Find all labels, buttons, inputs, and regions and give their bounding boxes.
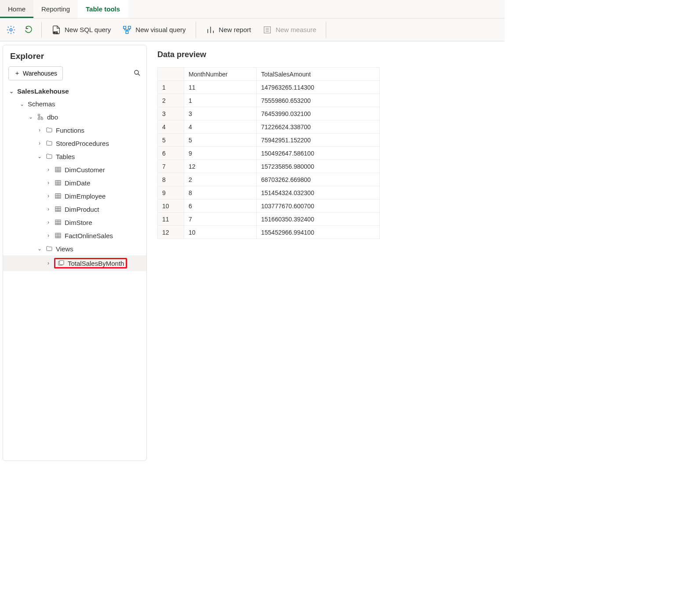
cell-amount: 71226624.338700 bbox=[257, 120, 380, 134]
svg-rect-4 bbox=[126, 31, 129, 33]
chevron-right-icon: › bbox=[45, 232, 51, 239]
svg-rect-3 bbox=[128, 26, 131, 29]
chevron-down-icon: ⌄ bbox=[36, 153, 43, 159]
svg-rect-7 bbox=[38, 114, 40, 116]
svg-text:SQL: SQL bbox=[54, 31, 58, 34]
tree-table-dimdate[interactable]: ›DimDate bbox=[3, 176, 146, 189]
table-row[interactable]: 69150492647.586100 bbox=[158, 147, 380, 160]
cell-month: 6 bbox=[184, 199, 257, 213]
tab-table-tools[interactable]: Table tools bbox=[78, 0, 128, 18]
chevron-down-icon: ⌄ bbox=[8, 88, 15, 94]
table-icon bbox=[54, 179, 62, 187]
table-row[interactable]: 1210155452966.994100 bbox=[158, 226, 380, 239]
cell-month: 2 bbox=[184, 173, 257, 186]
tab-home[interactable]: Home bbox=[0, 0, 33, 18]
tree-view-totalsalesbymonth[interactable]: › TotalSalesByMonth bbox=[3, 255, 146, 271]
svg-rect-17 bbox=[60, 261, 64, 265]
table-row[interactable]: 106103777670.600700 bbox=[158, 199, 380, 213]
new-report-button[interactable]: New report bbox=[201, 22, 255, 37]
measure-icon bbox=[262, 25, 272, 35]
row-number: 9 bbox=[158, 186, 184, 199]
row-number: 4 bbox=[158, 120, 184, 134]
tree-table-dimemployee[interactable]: ›DimEmployee bbox=[3, 189, 146, 203]
table-row[interactable]: 8268703262.669800 bbox=[158, 173, 380, 186]
table-icon bbox=[54, 166, 62, 174]
table-icon bbox=[54, 232, 62, 239]
table-row[interactable]: 4471226624.338700 bbox=[158, 120, 380, 134]
plus-icon: ＋ bbox=[14, 69, 20, 77]
tree-functions[interactable]: › Functions bbox=[3, 123, 146, 137]
table-row[interactable]: 712157235856.980000 bbox=[158, 160, 380, 173]
tree-table-factonlinesales[interactable]: ›FactOnlineSales bbox=[3, 229, 146, 242]
col-header-amount[interactable]: TotalSalesAmount bbox=[257, 68, 380, 81]
table-icon bbox=[54, 192, 62, 200]
explorer-title: Explorer bbox=[3, 50, 146, 66]
cell-amount: 68703262.669800 bbox=[257, 173, 380, 186]
cell-amount: 150492647.586100 bbox=[257, 147, 380, 160]
table-row[interactable]: 117151660350.392400 bbox=[158, 213, 380, 226]
sql-icon: SQL bbox=[51, 25, 61, 35]
settings-button[interactable] bbox=[4, 22, 18, 37]
cell-month: 9 bbox=[184, 147, 257, 160]
warehouses-button[interactable]: ＋ Warehouses bbox=[8, 66, 63, 80]
row-number: 11 bbox=[158, 213, 184, 226]
tree-table-dimstore[interactable]: ›DimStore bbox=[3, 216, 146, 229]
tree-tables[interactable]: ⌄ Tables bbox=[3, 150, 146, 163]
separator bbox=[41, 22, 42, 38]
chevron-right-icon: › bbox=[45, 219, 51, 225]
folder-icon bbox=[45, 245, 53, 253]
tree-dbo[interactable]: ⌄ dbo bbox=[3, 110, 146, 123]
tree-stored-procedures[interactable]: › StoredProcedures bbox=[3, 137, 146, 150]
chevron-right-icon: › bbox=[45, 260, 51, 266]
toolbar: SQL New SQL query New visual query New r… bbox=[0, 18, 505, 41]
table-icon bbox=[54, 218, 62, 226]
new-measure-label: New measure bbox=[276, 26, 317, 33]
chart-icon bbox=[206, 25, 215, 35]
chevron-down-icon: ⌄ bbox=[19, 101, 25, 107]
new-visual-label: New visual query bbox=[135, 26, 186, 33]
cell-month: 12 bbox=[184, 160, 257, 173]
chevron-right-icon: › bbox=[45, 206, 51, 212]
tree-views[interactable]: ⌄ Views bbox=[3, 242, 146, 255]
cell-amount: 157235856.980000 bbox=[257, 160, 380, 173]
table-row[interactable]: 2175559860.653200 bbox=[158, 94, 380, 107]
data-preview-panel: Data preview MonthNumber TotalSalesAmoun… bbox=[147, 45, 505, 461]
cell-amount: 76453990.032100 bbox=[257, 107, 380, 120]
new-measure-button: New measure bbox=[258, 22, 321, 37]
cell-amount: 151454324.032300 bbox=[257, 186, 380, 199]
svg-rect-12 bbox=[55, 194, 61, 199]
svg-rect-13 bbox=[55, 207, 61, 212]
folder-icon bbox=[45, 152, 53, 160]
table-row[interactable]: 3376453990.032100 bbox=[158, 107, 380, 120]
preview-title: Data preview bbox=[157, 45, 505, 67]
tree-table-dimcustomer[interactable]: ›DimCustomer bbox=[3, 163, 146, 176]
refresh-button[interactable] bbox=[21, 22, 36, 37]
table-row[interactable]: 111147963265.114300 bbox=[158, 81, 380, 94]
row-number: 5 bbox=[158, 134, 184, 147]
row-number: 8 bbox=[158, 173, 184, 186]
new-sql-query-button[interactable]: SQL New SQL query bbox=[47, 22, 115, 37]
tree-root[interactable]: ⌄ SalesLakehouse bbox=[3, 85, 146, 98]
row-number: 2 bbox=[158, 94, 184, 107]
col-header-month[interactable]: MonthNumber bbox=[184, 68, 257, 81]
cell-amount: 155452966.994100 bbox=[257, 226, 380, 239]
tab-reporting[interactable]: Reporting bbox=[33, 0, 78, 18]
svg-rect-8 bbox=[38, 118, 40, 120]
cell-month: 5 bbox=[184, 134, 257, 147]
table-row[interactable]: 98151454324.032300 bbox=[158, 186, 380, 199]
highlight-box: TotalSalesByMonth bbox=[54, 258, 127, 268]
new-sql-label: New SQL query bbox=[65, 26, 111, 33]
view-icon bbox=[57, 259, 65, 267]
row-number: 12 bbox=[158, 226, 184, 239]
row-number: 10 bbox=[158, 199, 184, 213]
table-row[interactable]: 5575942951.152200 bbox=[158, 134, 380, 147]
cell-month: 3 bbox=[184, 107, 257, 120]
chevron-right-icon: › bbox=[45, 193, 51, 199]
tree-schemas[interactable]: ⌄ Schemas bbox=[3, 98, 146, 110]
search-icon[interactable] bbox=[133, 69, 141, 78]
tree-table-dimproduct[interactable]: ›DimProduct bbox=[3, 203, 146, 216]
svg-rect-10 bbox=[55, 167, 61, 172]
new-visual-query-button[interactable]: New visual query bbox=[118, 22, 190, 37]
row-number: 6 bbox=[158, 147, 184, 160]
cell-month: 8 bbox=[184, 186, 257, 199]
